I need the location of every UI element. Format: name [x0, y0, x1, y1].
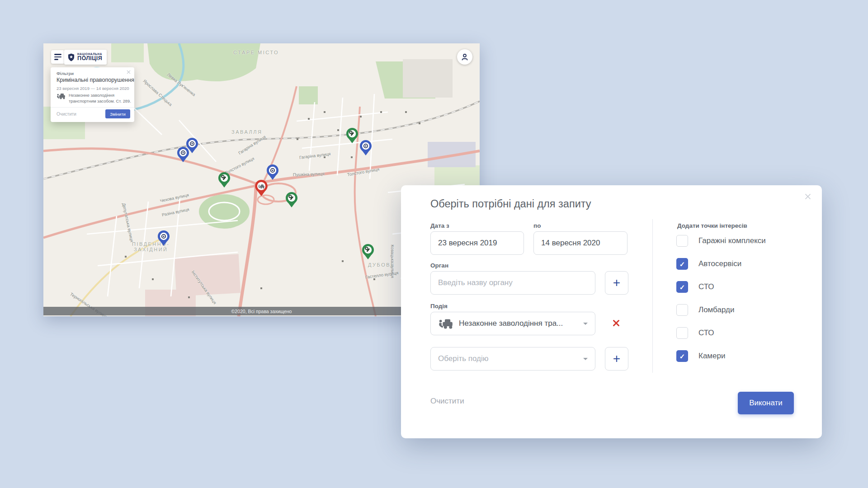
checkbox-unchecked[interactable]: [676, 235, 688, 247]
remove-event-button[interactable]: [610, 317, 623, 330]
date-from-input[interactable]: 23 вересня 2019: [430, 231, 524, 255]
police-badge-icon: [68, 53, 75, 61]
map-pin-service[interactable]: [218, 172, 230, 188]
user-icon: [461, 53, 469, 61]
filter-category: Кримінальні правопорушення: [57, 77, 134, 83]
poi-item-label: Камери: [698, 352, 725, 361]
app-stage: Левка Лук'яненкаЯрослава СтецькаГагаріна…: [0, 0, 868, 488]
filter-card: Фільтри Кримінальні правопорушення 23 ве…: [51, 67, 134, 122]
police-logo-text: НАЦІОНАЛЬНА ПОЛІЦІЯ: [77, 53, 102, 62]
event-select[interactable]: Незаконне заволодіння тра...: [430, 312, 595, 335]
poi-item-label: СТО: [698, 328, 714, 338]
map-pin-camera[interactable]: [360, 140, 372, 155]
add-event-button[interactable]: +: [605, 347, 628, 371]
filter-event: Незаконне заволодіння транспортним засоб…: [57, 93, 131, 104]
checkmark-icon: ✓: [679, 284, 685, 291]
filter-close-button[interactable]: [127, 69, 131, 75]
checkbox-unchecked[interactable]: [676, 304, 688, 316]
poi-item[interactable]: ✓СТО: [676, 281, 766, 293]
poi-item-label: СТО: [698, 282, 714, 291]
close-icon: [127, 70, 131, 74]
chevron-down-icon: [583, 358, 588, 360]
map-pin-camera[interactable]: [267, 164, 278, 180]
checkmark-icon: ✓: [679, 353, 685, 360]
poi-item[interactable]: ✓Автосервіси: [676, 258, 766, 270]
map-pin-service[interactable]: [362, 244, 374, 259]
submit-button[interactable]: Виконати: [738, 392, 794, 414]
menu-button[interactable]: [51, 50, 65, 64]
poi-item-label: Ломбарди: [698, 305, 734, 314]
date-to-input[interactable]: 14 вересня 2020: [533, 231, 627, 255]
date-to-label: по: [533, 222, 541, 229]
car-theft-icon: [438, 318, 453, 330]
poi-item[interactable]: ✓Камери: [676, 350, 766, 362]
poi-item[interactable]: Гаражні комплекси: [676, 235, 766, 247]
organ-placeholder: Введіть назву органу: [438, 278, 513, 287]
map-pin-camera[interactable]: [177, 147, 189, 162]
organ-input[interactable]: Введіть назву органу: [430, 271, 595, 295]
map-pin-camera[interactable]: [158, 230, 170, 246]
car-theft-icon: [57, 93, 66, 100]
add-organ-button[interactable]: +: [605, 271, 628, 295]
chevron-down-icon: [583, 323, 588, 325]
checkbox-checked[interactable]: ✓: [676, 350, 688, 362]
poi-item-label: Автосервіси: [698, 259, 741, 268]
filter-card-divider: [51, 107, 134, 108]
event-label: Подія: [430, 303, 448, 310]
checkbox-checked[interactable]: ✓: [676, 281, 688, 293]
checkbox-checked[interactable]: ✓: [676, 258, 688, 270]
map-pin-service[interactable]: [286, 192, 297, 207]
modal-clear-button[interactable]: Очистити: [430, 397, 464, 406]
modal-close-button[interactable]: [803, 192, 813, 203]
map-pin-service[interactable]: [346, 128, 358, 143]
account-button[interactable]: [457, 49, 472, 65]
filter-date-range: 23 вересня 2019 — 14 вересня 2020: [57, 86, 129, 91]
date-from-label: Дата з: [430, 222, 449, 229]
poi-item[interactable]: Ломбарди: [676, 304, 766, 316]
filter-clear-button[interactable]: Очистити: [57, 112, 76, 117]
event-select-empty[interactable]: Оберіть подію: [430, 347, 595, 371]
filter-change-button[interactable]: Змінити: [105, 109, 130, 118]
modal-divider: [652, 219, 653, 373]
checkbox-unchecked[interactable]: [676, 327, 688, 339]
checkmark-icon: ✓: [679, 261, 685, 267]
hamburger-icon: [54, 54, 61, 55]
poi-section-label: Додати точки інтересів: [677, 222, 747, 229]
organ-label: Орган: [430, 262, 448, 269]
remove-icon: [613, 319, 620, 327]
query-modal: Оберіть потрібні дані для запиту Дата з …: [401, 185, 822, 438]
modal-title: Оберіть потрібні дані для запиту: [430, 198, 591, 210]
close-icon: [805, 193, 811, 200]
poi-list: Гаражні комплекси✓Автосервіси✓СТОЛомбард…: [676, 235, 766, 362]
police-logo[interactable]: НАЦІОНАЛЬНА ПОЛІЦІЯ: [64, 50, 107, 65]
poi-item-label: Гаражні комплекси: [698, 236, 766, 245]
map-pin-event[interactable]: [255, 180, 267, 195]
filter-event-text: Незаконне заволодіння транспортним засоб…: [69, 93, 131, 104]
filter-card-title: Фільтри: [57, 71, 74, 76]
poi-item[interactable]: СТО: [676, 327, 766, 339]
